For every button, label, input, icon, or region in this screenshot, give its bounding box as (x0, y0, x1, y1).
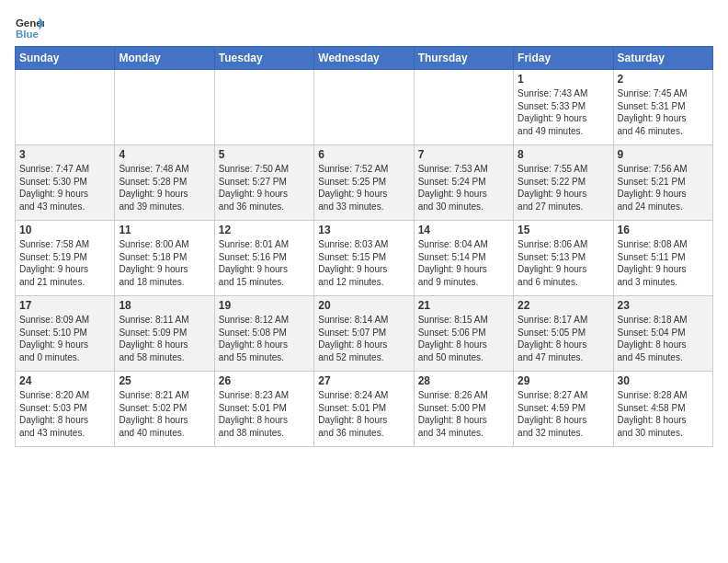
week-row-2: 3Sunrise: 7:47 AM Sunset: 5:30 PM Daylig… (16, 145, 713, 221)
day-number: 26 (219, 374, 310, 387)
day-cell-1: 1Sunrise: 7:43 AM Sunset: 5:33 PM Daylig… (514, 70, 613, 145)
day-cell-4: 4Sunrise: 7:48 AM Sunset: 5:28 PM Daylig… (115, 145, 214, 221)
day-info: Sunrise: 8:00 AM Sunset: 5:18 PM Dayligh… (119, 238, 210, 288)
day-info: Sunrise: 8:12 AM Sunset: 5:08 PM Dayligh… (219, 314, 310, 363)
day-number: 7 (418, 148, 509, 161)
day-info: Sunrise: 8:24 AM Sunset: 5:01 PM Dayligh… (318, 389, 409, 439)
day-cell-7: 7Sunrise: 7:53 AM Sunset: 5:24 PM Daylig… (414, 145, 513, 221)
day-cell-8: 8Sunrise: 7:55 AM Sunset: 5:22 PM Daylig… (514, 145, 613, 221)
empty-cell (115, 70, 214, 145)
day-number: 2 (618, 73, 709, 86)
day-cell-29: 29Sunrise: 8:27 AM Sunset: 4:59 PM Dayli… (514, 372, 613, 447)
day-number: 24 (19, 374, 110, 387)
logo: General Blue (15, 15, 44, 40)
day-cell-23: 23Sunrise: 8:18 AM Sunset: 5:04 PM Dayli… (613, 296, 712, 372)
day-number: 5 (219, 148, 310, 161)
day-cell-20: 20Sunrise: 8:14 AM Sunset: 5:07 PM Dayli… (314, 296, 414, 372)
day-info: Sunrise: 7:50 AM Sunset: 5:27 PM Dayligh… (219, 163, 310, 213)
day-number: 17 (19, 299, 110, 312)
week-row-1: 1Sunrise: 7:43 AM Sunset: 5:33 PM Daylig… (16, 70, 713, 145)
weekday-header-row: SundayMondayTuesdayWednesdayThursdayFrid… (16, 47, 713, 70)
logo-icon: General Blue (15, 15, 44, 40)
weekday-sunday: Sunday (16, 47, 115, 70)
day-info: Sunrise: 8:21 AM Sunset: 5:02 PM Dayligh… (119, 389, 210, 439)
day-number: 6 (318, 148, 409, 161)
day-info: Sunrise: 8:23 AM Sunset: 5:01 PM Dayligh… (219, 389, 310, 439)
day-info: Sunrise: 8:06 AM Sunset: 5:13 PM Dayligh… (518, 238, 609, 288)
day-cell-30: 30Sunrise: 8:28 AM Sunset: 4:58 PM Dayli… (613, 372, 712, 447)
empty-cell (16, 70, 115, 145)
empty-cell (314, 70, 414, 145)
day-cell-10: 10Sunrise: 7:58 AM Sunset: 5:19 PM Dayli… (16, 221, 115, 296)
day-info: Sunrise: 8:15 AM Sunset: 5:06 PM Dayligh… (418, 314, 509, 363)
week-row-5: 24Sunrise: 8:20 AM Sunset: 5:03 PM Dayli… (16, 372, 713, 447)
day-number: 19 (219, 299, 310, 312)
day-cell-9: 9Sunrise: 7:56 AM Sunset: 5:21 PM Daylig… (613, 145, 712, 221)
day-info: Sunrise: 8:11 AM Sunset: 5:09 PM Dayligh… (119, 314, 210, 363)
day-cell-17: 17Sunrise: 8:09 AM Sunset: 5:10 PM Dayli… (16, 296, 115, 372)
day-number: 30 (618, 374, 709, 387)
day-info: Sunrise: 8:17 AM Sunset: 5:05 PM Dayligh… (518, 314, 609, 363)
day-number: 9 (618, 148, 709, 161)
empty-cell (214, 70, 313, 145)
day-info: Sunrise: 8:01 AM Sunset: 5:16 PM Dayligh… (219, 238, 310, 288)
empty-cell (414, 70, 513, 145)
day-cell-3: 3Sunrise: 7:47 AM Sunset: 5:30 PM Daylig… (16, 145, 115, 221)
day-number: 3 (19, 148, 110, 161)
weekday-thursday: Thursday (414, 47, 513, 70)
day-cell-16: 16Sunrise: 8:08 AM Sunset: 5:11 PM Dayli… (613, 221, 712, 296)
day-info: Sunrise: 7:43 AM Sunset: 5:33 PM Dayligh… (518, 87, 609, 137)
svg-text:Blue: Blue (16, 29, 40, 40)
weekday-wednesday: Wednesday (314, 47, 414, 70)
day-cell-12: 12Sunrise: 8:01 AM Sunset: 5:16 PM Dayli… (214, 221, 313, 296)
day-info: Sunrise: 8:14 AM Sunset: 5:07 PM Dayligh… (318, 314, 409, 363)
day-info: Sunrise: 8:27 AM Sunset: 4:59 PM Dayligh… (518, 389, 609, 439)
day-number: 18 (119, 299, 210, 312)
day-number: 1 (518, 73, 609, 86)
day-cell-11: 11Sunrise: 8:00 AM Sunset: 5:18 PM Dayli… (115, 221, 214, 296)
day-cell-5: 5Sunrise: 7:50 AM Sunset: 5:27 PM Daylig… (214, 145, 313, 221)
day-info: Sunrise: 7:53 AM Sunset: 5:24 PM Dayligh… (418, 163, 509, 213)
week-row-4: 17Sunrise: 8:09 AM Sunset: 5:10 PM Dayli… (16, 296, 713, 372)
day-info: Sunrise: 7:58 AM Sunset: 5:19 PM Dayligh… (19, 238, 110, 288)
day-number: 10 (19, 224, 110, 236)
day-number: 29 (518, 374, 609, 387)
day-info: Sunrise: 8:18 AM Sunset: 5:04 PM Dayligh… (618, 314, 709, 363)
day-info: Sunrise: 8:26 AM Sunset: 5:00 PM Dayligh… (418, 389, 509, 439)
day-number: 22 (518, 299, 609, 312)
day-info: Sunrise: 8:04 AM Sunset: 5:14 PM Dayligh… (418, 238, 509, 288)
day-info: Sunrise: 8:08 AM Sunset: 5:11 PM Dayligh… (618, 238, 709, 288)
day-cell-24: 24Sunrise: 8:20 AM Sunset: 5:03 PM Dayli… (16, 372, 115, 447)
day-number: 11 (119, 224, 210, 236)
day-info: Sunrise: 7:48 AM Sunset: 5:28 PM Dayligh… (119, 163, 210, 213)
day-number: 21 (418, 299, 509, 312)
weekday-tuesday: Tuesday (214, 47, 313, 70)
day-cell-22: 22Sunrise: 8:17 AM Sunset: 5:05 PM Dayli… (514, 296, 613, 372)
day-cell-15: 15Sunrise: 8:06 AM Sunset: 5:13 PM Dayli… (514, 221, 613, 296)
day-number: 25 (119, 374, 210, 387)
day-cell-13: 13Sunrise: 8:03 AM Sunset: 5:15 PM Dayli… (314, 221, 414, 296)
day-number: 16 (618, 224, 709, 236)
day-cell-28: 28Sunrise: 8:26 AM Sunset: 5:00 PM Dayli… (414, 372, 513, 447)
day-number: 15 (518, 224, 609, 236)
day-info: Sunrise: 8:03 AM Sunset: 5:15 PM Dayligh… (318, 238, 409, 288)
day-number: 13 (318, 224, 409, 236)
weekday-friday: Friday (514, 47, 613, 70)
day-cell-18: 18Sunrise: 8:11 AM Sunset: 5:09 PM Dayli… (115, 296, 214, 372)
day-cell-21: 21Sunrise: 8:15 AM Sunset: 5:06 PM Dayli… (414, 296, 513, 372)
day-number: 12 (219, 224, 310, 236)
day-info: Sunrise: 8:28 AM Sunset: 4:58 PM Dayligh… (618, 389, 709, 439)
header: General Blue (15, 15, 713, 40)
day-cell-2: 2Sunrise: 7:45 AM Sunset: 5:31 PM Daylig… (613, 70, 712, 145)
page-container: General Blue SundayMondayTuesdayWednesda… (0, 0, 728, 456)
day-cell-27: 27Sunrise: 8:24 AM Sunset: 5:01 PM Dayli… (314, 372, 414, 447)
day-cell-25: 25Sunrise: 8:21 AM Sunset: 5:02 PM Dayli… (115, 372, 214, 447)
calendar: SundayMondayTuesdayWednesdayThursdayFrid… (15, 46, 713, 447)
day-number: 8 (518, 148, 609, 161)
day-info: Sunrise: 7:52 AM Sunset: 5:25 PM Dayligh… (318, 163, 409, 213)
weekday-saturday: Saturday (613, 47, 712, 70)
day-info: Sunrise: 7:55 AM Sunset: 5:22 PM Dayligh… (518, 163, 609, 213)
day-info: Sunrise: 8:20 AM Sunset: 5:03 PM Dayligh… (19, 389, 110, 439)
day-number: 4 (119, 148, 210, 161)
day-info: Sunrise: 7:45 AM Sunset: 5:31 PM Dayligh… (618, 87, 709, 137)
